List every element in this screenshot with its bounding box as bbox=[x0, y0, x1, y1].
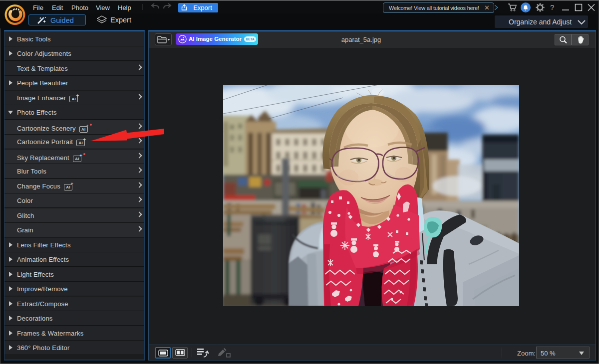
svg-text:?: ? bbox=[550, 3, 554, 11]
